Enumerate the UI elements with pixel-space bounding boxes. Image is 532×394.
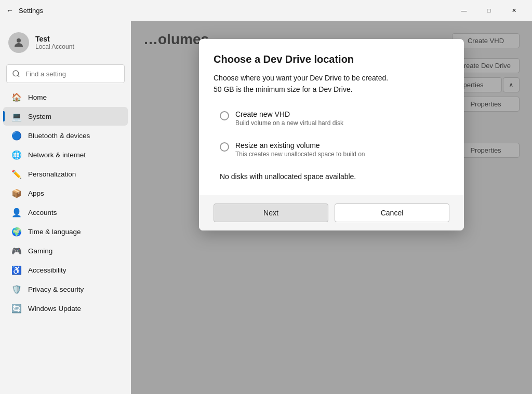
- windows-update-icon: 🔄: [11, 303, 22, 314]
- title-bar-left: ← Settings: [6, 6, 43, 15]
- time-icon: 🌍: [11, 226, 22, 237]
- window-controls: — □ ✕: [452, 2, 526, 19]
- sidebar-item-label: Personalization: [28, 170, 76, 178]
- search-input[interactable]: [6, 64, 125, 83]
- next-button[interactable]: Next: [214, 203, 328, 222]
- sidebar-item-label: Accessibility: [28, 266, 66, 274]
- accessibility-icon: ♿: [11, 265, 22, 275]
- bluetooth-icon: 🔵: [11, 130, 22, 141]
- radio-text-resize: Resize an existing volume This creates n…: [235, 141, 365, 158]
- svg-point-0: [17, 38, 21, 43]
- user-info: Test Local Account: [35, 35, 74, 50]
- radio-text-vhd: Create new VHD Build volume on a new vir…: [235, 110, 343, 127]
- sidebar-item-label: Network & internet: [28, 151, 86, 159]
- sidebar-item-system[interactable]: 💻 System: [3, 107, 128, 126]
- apps-icon: 📦: [11, 188, 22, 198]
- cancel-button[interactable]: Cancel: [335, 203, 449, 222]
- sidebar-item-label: Home: [28, 93, 47, 101]
- app-title: Settings: [19, 7, 43, 15]
- sidebar-item-label: Apps: [28, 189, 44, 197]
- sidebar-item-network[interactable]: 🌐 Network & internet: [3, 145, 128, 164]
- radio-label-resize: Resize an existing volume: [235, 141, 365, 150]
- title-bar: ← Settings — □ ✕: [0, 0, 532, 21]
- option-create-vhd[interactable]: Create new VHD Build volume on a new vir…: [214, 104, 449, 133]
- privacy-icon: 🛡️: [11, 284, 22, 294]
- radio-vhd: [220, 111, 229, 120]
- sidebar-item-privacy[interactable]: 🛡️ Privacy & security: [3, 280, 128, 298]
- sidebar-item-label: Gaming: [28, 247, 52, 255]
- user-account-type: Local Account: [35, 43, 74, 50]
- sidebar-item-personalization[interactable]: ✏️ Personalization: [3, 165, 128, 183]
- dialog-body: Choose a Dev Drive location Choose where…: [199, 39, 464, 187]
- app-layout: Test Local Account 🏠 Home 💻 System 🔵 Blu…: [0, 21, 532, 394]
- sidebar-item-time[interactable]: 🌍 Time & language: [3, 222, 128, 241]
- back-icon[interactable]: ←: [6, 6, 14, 15]
- gaming-icon: 🎮: [11, 246, 22, 256]
- system-icon: 💻: [11, 111, 22, 121]
- main-content: …olumes Create VHD Create Dev Drive Prop…: [131, 21, 532, 394]
- home-icon: 🏠: [11, 92, 22, 102]
- sidebar: Test Local Account 🏠 Home 💻 System 🔵 Blu…: [0, 21, 131, 394]
- radio-resize: [220, 142, 229, 152]
- sidebar-item-label: Privacy & security: [28, 286, 84, 293]
- radio-sublabel-vhd: Build volume on a new virtual hard disk: [235, 119, 343, 127]
- search-container: [0, 62, 131, 87]
- sidebar-item-apps[interactable]: 📦 Apps: [3, 184, 128, 202]
- user-name: Test: [35, 35, 74, 43]
- nav-menu: 🏠 Home 💻 System 🔵 Bluetooth & devices 🌐 …: [0, 87, 131, 318]
- option-resize-volume[interactable]: Resize an existing volume This creates n…: [214, 135, 449, 164]
- network-icon: 🌐: [11, 150, 22, 160]
- dialog-footer: Next Cancel: [199, 195, 464, 230]
- sidebar-item-label: Bluetooth & devices: [28, 132, 90, 140]
- dev-drive-location-dialog: Choose a Dev Drive location Choose where…: [199, 39, 464, 230]
- dialog-description: Choose where you want your Dev Drive to …: [214, 74, 449, 82]
- sidebar-item-home[interactable]: 🏠 Home: [3, 88, 128, 106]
- radio-sublabel-resize: This creates new unallocated space to bu…: [235, 151, 365, 158]
- sidebar-item-accounts[interactable]: 👤 Accounts: [3, 203, 128, 222]
- sidebar-item-label: Time & language: [28, 228, 81, 236]
- sidebar-item-label: Windows Update: [28, 305, 81, 313]
- dialog-note: 50 GB is the minimum size for a Dev Driv…: [214, 85, 449, 93]
- maximize-button[interactable]: □: [477, 2, 501, 19]
- sidebar-item-gaming[interactable]: 🎮 Gaming: [3, 241, 128, 260]
- sidebar-item-label: Accounts: [28, 209, 57, 216]
- sidebar-item-accessibility[interactable]: ♿ Accessibility: [3, 261, 128, 279]
- user-section[interactable]: Test Local Account: [0, 21, 131, 62]
- sidebar-item-bluetooth[interactable]: 🔵 Bluetooth & devices: [3, 126, 128, 145]
- sidebar-item-label: System: [28, 113, 51, 120]
- sidebar-item-windows-update[interactable]: 🔄 Windows Update: [3, 299, 128, 318]
- radio-label-vhd: Create new VHD: [235, 110, 343, 118]
- personalization-icon: ✏️: [11, 169, 22, 179]
- dialog-title: Choose a Dev Drive location: [214, 53, 449, 65]
- avatar: [8, 32, 29, 53]
- close-button[interactable]: ✕: [502, 2, 526, 19]
- minimize-button[interactable]: —: [452, 2, 476, 19]
- no-disks-message: No disks with unallocated space availabl…: [214, 166, 449, 187]
- accounts-icon: 👤: [11, 207, 22, 218]
